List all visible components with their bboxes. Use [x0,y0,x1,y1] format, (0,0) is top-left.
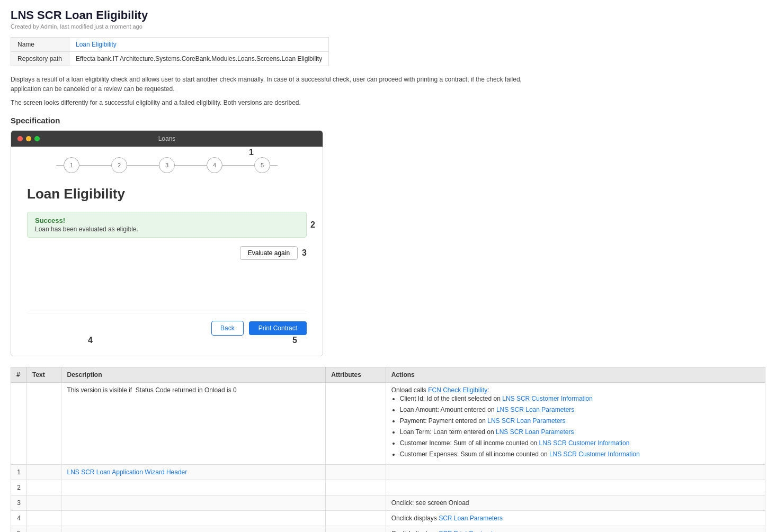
bullet-loan-amount: Loan Amount: Amount entered on LNS SCR L… [400,405,760,414]
step-connector-3 [175,165,207,166]
row-attributes [326,526,386,533]
mockup-screen: Loans 1 1 2 3 4 5 [11,130,323,356]
onload-prefix: Onload calls [391,386,428,394]
wizard-area: 1 1 2 3 4 5 [27,157,307,173]
page-subtitle: Created by Admin, last modified just a m… [11,23,765,30]
row-num: 1 [11,465,27,480]
onclick-prefix-5: Onclick displays [391,530,439,532]
bullet-customer-expenses: Customer Expenses: Ssum of all income co… [400,449,760,459]
row-actions: Onclick displays SCR Loan Parameters [386,511,765,526]
description-line-1: Displays a result of a loan eligibility … [11,75,530,94]
minimize-dot [26,136,31,141]
evaluate-row: Evaluate again 3 [27,246,307,260]
step-connector-2 [127,165,159,166]
row-description [61,526,326,533]
row-description: This version is visible if Status Code r… [61,383,326,465]
specification-title: Specification [11,116,765,125]
step-4: 4 [207,157,222,173]
bullet-loan-term: Loan Term: Loan term entered on LNS SCR … [400,427,760,437]
row-actions: Onclick: see screen Onload [386,495,765,511]
row-num: 5 [11,526,27,533]
row-attributes [326,495,386,511]
table-row: This version is visible if Status Code r… [11,383,765,465]
actions-bullet-list: Client Id: Id of the client selected on … [391,394,760,459]
col-header-description: Description [61,367,326,383]
row-text [27,480,61,495]
steps-row: 1 2 3 4 5 [64,157,270,173]
row-text [27,526,61,533]
step-2: 2 [111,157,127,173]
evaluate-again-button[interactable]: Evaluate again [240,246,298,260]
badge-5: 5 [292,336,297,345]
mockup-footer: Back Print Contract 4 5 [27,313,307,336]
mockup-window-controls [17,136,40,141]
row-num: 2 [11,480,27,495]
col-header-actions: Actions [386,367,765,383]
row-attributes [326,480,386,495]
badge-2: 2 [310,220,315,230]
row-actions: Onclick displays SCR Print Contract [386,526,765,533]
lns-scr-loan-wizard-header-link[interactable]: LNS SCR Loan Application Wizard Header [67,468,187,476]
table-row: 5 Onclick displays SCR Print Contract [11,526,765,533]
badge-3: 3 [302,248,307,258]
maximize-dot [34,136,40,141]
mockup-titlebar: Loans [11,131,323,147]
lns-scr-customer-info-link-3[interactable]: LNS SCR Customer Information [549,450,640,458]
success-title: Success! [35,217,299,224]
mockup-body: 1 1 2 3 4 5 Loan [11,147,323,356]
print-contract-button[interactable]: Print Contract [249,321,307,335]
col-header-attributes: Attributes [326,367,386,383]
spec-table: # Text Description Attributes Actions Th… [11,367,765,532]
fcn-check-eligibility-link[interactable]: FCN Check Eligibility [428,386,487,394]
badge-1: 1 [249,148,254,157]
success-msg: Loan has been evaluated as eligible. [35,226,299,233]
wizard-steps: 1 2 3 4 5 [27,157,307,173]
lns-scr-loan-params-link-3[interactable]: LNS SCR Loan Parameters [496,428,574,436]
row-description [61,495,326,511]
row-actions [386,480,765,495]
row-actions [386,465,765,480]
lns-scr-loan-params-link-1[interactable]: LNS SCR Loan Parameters [496,406,574,413]
row-description [61,480,326,495]
row-text [27,495,61,511]
badge-4: 4 [88,336,93,345]
row-attributes [326,383,386,465]
back-button[interactable]: Back [211,321,244,336]
success-box: Success! Loan has been evaluated as elig… [27,212,307,238]
lns-scr-customer-info-link-2[interactable]: LNS SCR Customer Information [539,439,630,447]
row-num: 4 [11,511,27,526]
onclick-prefix-4: Onclick displays [391,515,439,522]
col-header-num: # [11,367,27,383]
mockup-titlebar-text: Loans [158,135,176,142]
step-connector-1 [79,165,111,166]
table-row: 1 LNS SCR Loan Application Wizard Header [11,465,765,480]
row-num: 3 [11,495,27,511]
table-row: 4 Onclick displays SCR Loan Parameters [11,511,765,526]
row-text [27,511,61,526]
meta-table: Name Loan Eligibility Repository path Ef… [11,37,329,66]
row-num [11,383,27,465]
scr-print-contract-link[interactable]: SCR Print Contract [439,530,493,532]
loan-eligibility-title: Loan Eligibility [27,186,307,202]
meta-repo-value: Effecta bank.IT Architecture.Systems.Cor… [69,52,329,66]
step-3: 3 [159,157,175,173]
row-attributes [326,465,386,480]
row-description: LNS SCR Loan Application Wizard Header [61,465,326,480]
table-row: 3 Onclick: see screen Onload [11,495,765,511]
meta-name-label: Name [11,38,69,52]
row-actions: Onload calls FCN Check Eligibility: Clie… [386,383,765,465]
step-5: 5 [254,157,270,173]
row-description [61,511,326,526]
close-dot [17,136,23,141]
lns-scr-customer-info-link-1[interactable]: LNS SCR Customer Information [502,395,593,402]
lns-scr-loan-params-link-2[interactable]: LNS SCR Loan Parameters [487,417,565,425]
row-text [27,383,61,465]
meta-name-value: Loan Eligibility [69,38,329,52]
page-title: LNS SCR Loan Eligibility [11,8,765,22]
step-1: 1 [64,157,79,173]
step-connector-4 [222,165,254,166]
bullet-client-id: Client Id: Id of the client selected on … [400,394,760,403]
col-header-text: Text [27,367,61,383]
bullet-payment: Payment: Payment entered on LNS SCR Loan… [400,416,760,426]
scr-loan-parameters-link[interactable]: SCR Loan Parameters [439,515,503,522]
